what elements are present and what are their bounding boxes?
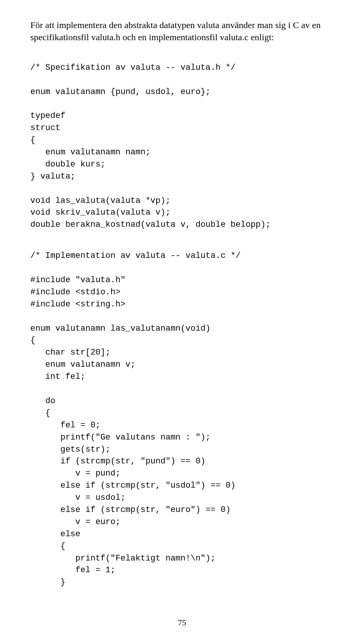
document-page: För att implementera den abstrakta datat…	[0, 0, 364, 639]
intro-paragraph: För att implementera den abstrakta datat…	[30, 19, 334, 44]
code-block-implementation: /* Implementation av valuta -- valuta.c …	[30, 250, 334, 589]
page-number: 75	[0, 618, 364, 628]
code-block-specification: /* Specifikation av valuta -- valuta.h *…	[30, 62, 334, 231]
